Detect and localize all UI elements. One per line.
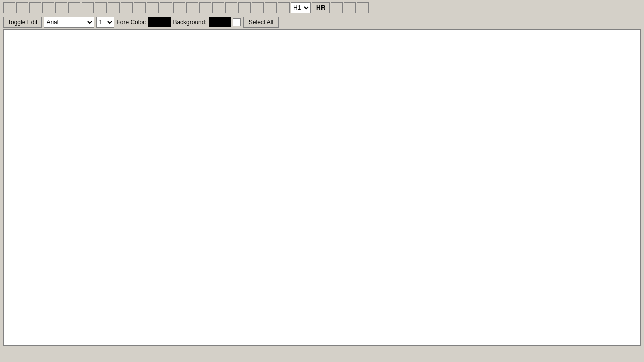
font-size-select[interactable]: 1 2 3 4 5 6 7: [96, 17, 114, 28]
toolbar-btn-21[interactable]: [265, 2, 277, 13]
toolbar-btn-23[interactable]: [331, 2, 343, 13]
fore-color-label: Fore Color:: [116, 19, 146, 26]
toolbar-btn-24[interactable]: [344, 2, 356, 13]
toolbar-btn-19[interactable]: [238, 2, 251, 13]
toolbar-btn-2[interactable]: [16, 2, 28, 13]
editor-content[interactable]: [4, 30, 640, 345]
hr-button[interactable]: HR: [312, 2, 330, 13]
toolbar-btn-7[interactable]: [82, 2, 94, 13]
bg-checkbox[interactable]: [233, 18, 241, 26]
toolbar-btn-22[interactable]: [278, 2, 290, 13]
editor-area[interactable]: [3, 29, 641, 346]
toolbar-btn-17[interactable]: [212, 2, 224, 13]
select-all-button[interactable]: Select All: [243, 17, 279, 28]
toolbar-btn-18[interactable]: [225, 2, 237, 13]
toolbar-btn-14[interactable]: [173, 2, 185, 13]
toolbar-btn-1[interactable]: [3, 2, 15, 13]
toolbar-row1: H1 H2 H3 H4 H5 H6 HR: [0, 0, 644, 15]
toolbar-btn-11[interactable]: [134, 2, 146, 13]
bg-color-swatch[interactable]: [209, 17, 231, 27]
toolbar-btn-15[interactable]: [186, 2, 198, 13]
toolbar-btn-20[interactable]: [252, 2, 264, 13]
fore-color-swatch[interactable]: [148, 17, 171, 27]
toolbar-btn-13[interactable]: [160, 2, 172, 13]
toolbar-btn-12[interactable]: [147, 2, 159, 13]
toolbar-btn-6[interactable]: [68, 2, 80, 13]
toolbar-btn-10[interactable]: [121, 2, 133, 13]
toolbar-btn-5[interactable]: [55, 2, 67, 13]
toolbar-row2: Toggle Edit Arial Times New Roman Courie…: [0, 15, 644, 29]
background-label: Background:: [173, 19, 206, 26]
toolbar-btn-25[interactable]: [357, 2, 369, 13]
toolbar-btn-16[interactable]: [199, 2, 211, 13]
font-family-select[interactable]: Arial Times New Roman Courier New Verdan…: [44, 17, 94, 28]
toggle-edit-button[interactable]: Toggle Edit: [3, 17, 42, 28]
heading-select[interactable]: H1 H2 H3 H4 H5 H6: [291, 2, 311, 13]
toolbar-btn-3[interactable]: [29, 2, 41, 13]
toolbar-btn-9[interactable]: [108, 2, 120, 13]
toolbar-btn-8[interactable]: [95, 2, 107, 13]
toolbar-btn-4[interactable]: [42, 2, 54, 13]
